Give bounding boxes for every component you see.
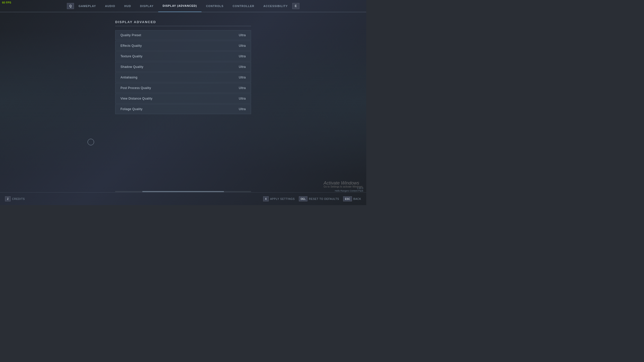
setting-name-quality-preset: Quality Preset [120, 33, 141, 37]
settings-list: Quality Preset Ultra Effects Quality Ult… [115, 30, 251, 114]
setting-value-antialiasing: Ultra [239, 76, 246, 79]
setting-name-texture-quality: Texture Quality [120, 55, 143, 58]
setting-value-texture-quality: Ultra [239, 55, 246, 58]
tab-accessibility[interactable]: ACCESSIBILITY [259, 0, 292, 12]
reset-defaults-action[interactable]: DEL RESET TO DEFAULTS [299, 196, 339, 201]
windows-watermark: Activate Windows Go to Settings to activ… [324, 180, 363, 188]
scrollbar-thumb [142, 191, 224, 192]
apply-settings-action[interactable]: X APPLY SETTINGS [263, 196, 295, 201]
main-content: DISPLAY ADVANCED Quality Preset Ultra Ef… [0, 15, 366, 193]
setting-row-texture-quality[interactable]: Texture Quality Ultra [115, 51, 251, 61]
credits-label: CREDITS [12, 198, 25, 200]
page-title: DISPLAY ADVANCED [115, 20, 251, 26]
nav-prev-key[interactable]: Q [67, 3, 74, 9]
setting-name-antialiasing: Antialiasing [120, 76, 137, 79]
apply-settings-label: APPLY SETTINGS [270, 198, 295, 200]
watermark-title: Activate Windows [324, 180, 363, 186]
tab-hud[interactable]: HUD [120, 0, 136, 12]
tab-display[interactable]: DISPLAY [136, 0, 158, 12]
reset-defaults-key: DEL [299, 196, 307, 201]
setting-value-effects-quality: Ultra [239, 44, 246, 48]
bottom-bar-right: X APPLY SETTINGS DEL RESET TO DEFAULTS E… [263, 196, 361, 201]
setting-value-quality-preset: Ultra [239, 33, 246, 37]
setting-value-shadow-quality: Ultra [239, 65, 246, 69]
setting-name-post-process-quality: Post Process Quality [120, 86, 151, 90]
scrollbar[interactable] [115, 191, 251, 192]
setting-value-post-process-quality: Ultra [239, 86, 246, 90]
bottom-bar-left: Z CREDITS [5, 196, 25, 201]
dlc-text: Hells Rangers Content Pack [335, 190, 363, 192]
setting-row-shadow-quality[interactable]: Shadow Quality Ultra [115, 62, 251, 72]
setting-value-view-distance-quality: Ultra [239, 97, 246, 100]
nav-rule [0, 12, 366, 12]
nav-next-key[interactable]: E [292, 3, 299, 9]
setting-row-view-distance-quality[interactable]: View Distance Quality Ultra [115, 94, 251, 104]
setting-name-foliage-quality: Foliage Quality [120, 107, 143, 111]
setting-row-antialiasing[interactable]: Antialiasing Ultra [115, 72, 251, 82]
setting-name-effects-quality: Effects Quality [120, 44, 142, 48]
setting-name-view-distance-quality: View Distance Quality [120, 97, 152, 100]
tab-gameplay[interactable]: GAMEPLAY [74, 0, 100, 12]
setting-row-foliage-quality[interactable]: Foliage Quality Ultra [115, 104, 251, 114]
back-action[interactable]: ESC BACK [343, 196, 361, 201]
back-label: BACK [353, 198, 361, 200]
setting-row-quality-preset[interactable]: Quality Preset Ultra [115, 30, 251, 40]
nav-bar: Q GAMEPLAY AUDIO HUD DISPLAY DISPLAY (AD… [0, 0, 366, 12]
setting-row-post-process-quality[interactable]: Post Process Quality Ultra [115, 83, 251, 93]
tab-audio[interactable]: AUDIO [101, 0, 120, 12]
tab-display-advanced[interactable]: DISPLAY (ADVANCED) [158, 0, 202, 12]
credits-key: Z [5, 196, 11, 201]
setting-name-shadow-quality: Shadow Quality [120, 65, 143, 69]
settings-panel: DISPLAY ADVANCED Quality Preset Ultra Ef… [115, 20, 251, 114]
credits-action[interactable]: Z CREDITS [5, 196, 25, 201]
bottom-bar: Z CREDITS X APPLY SETTINGS DEL RESET TO … [0, 193, 366, 205]
nav-separator [0, 12, 366, 12]
setting-row-effects-quality[interactable]: Effects Quality Ultra [115, 41, 251, 51]
apply-settings-key: X [263, 196, 269, 201]
setting-value-foliage-quality: Ultra [239, 107, 246, 111]
tab-controls[interactable]: CONTROLS [202, 0, 228, 12]
tab-controller[interactable]: CONTROLLER [228, 0, 259, 12]
reset-defaults-label: RESET TO DEFAULTS [309, 198, 339, 200]
back-key: ESC [343, 196, 352, 201]
